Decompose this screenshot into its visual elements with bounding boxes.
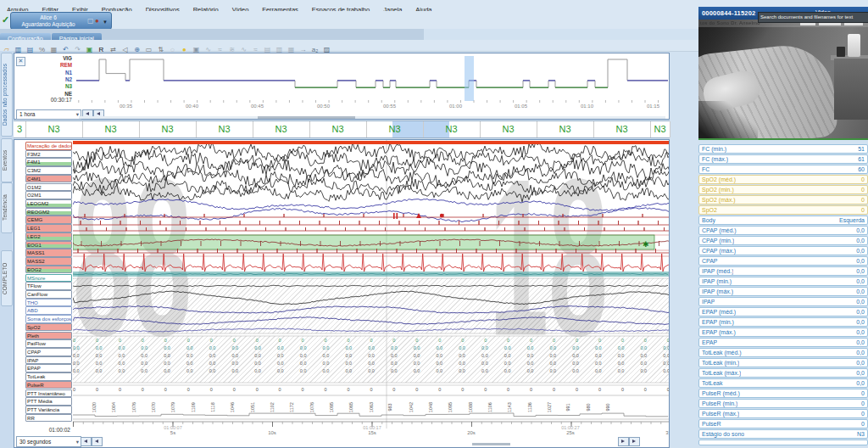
channel-label-leg1[interactable]: LEG1 — [25, 224, 72, 232]
channel-label-pleth[interactable]: Pleth — [25, 332, 72, 340]
channel-label-f4m1[interactable]: F4M1 — [25, 158, 72, 166]
epoch-cell[interactable]: N3 — [25, 121, 83, 137]
param-row-ipap-med[interactable]: IPAP (méd.)0,0 — [698, 266, 868, 276]
channel-label-abd[interactable]: ABD — [25, 306, 72, 315]
channel-label-epap[interactable]: EPAP — [25, 364, 72, 372]
param-row-cpap-max[interactable]: CPAP (máx.)0,0 — [698, 246, 868, 255]
param-row-pulser-med[interactable]: PulseR (méd.)0 — [698, 389, 868, 398]
channel-label-rr[interactable]: RR — [25, 414, 72, 423]
param-row-epap-min[interactable]: EPAP (min.)0,0 — [698, 317, 868, 327]
param-row-totleak[interactable]: TotLeak0,0 — [698, 378, 868, 388]
epoch-cell[interactable]: N3 — [366, 121, 424, 137]
param-row-epap[interactable]: EPAP0,0 — [698, 338, 868, 347]
channel-label-o2m1[interactable]: O2M1 — [25, 191, 72, 199]
sidebar-tab-completo[interactable]: COMPLETO — [1, 250, 13, 306]
epoch-cell[interactable]: N3 — [593, 121, 651, 137]
epoch-cell[interactable]: N3 — [309, 121, 367, 137]
channel-label-o1m2[interactable]: O1M2 — [25, 183, 72, 192]
channel-label-cpap[interactable]: CPAP — [25, 348, 72, 356]
video-feed[interactable]: tos do Sono Dr. Anselmo — [698, 20, 868, 140]
param-row-totleak-max[interactable]: TotLeak (máx.)0,0 — [698, 368, 868, 378]
channel-label-canflow[interactable]: CanFlow — [25, 290, 72, 299]
acquisition-status-button[interactable]: Alice 6 Aguardando Aquisição ▢ ● ▼ — [10, 12, 112, 30]
channel-label-ptt-media[interactable]: PTT Média — [25, 397, 72, 406]
param-row-estagio-do-sono[interactable]: Estágio do sonoN3 — [698, 429, 868, 439]
epoch-cell[interactable]: N3 — [537, 121, 594, 137]
param-row-spo2[interactable]: SpO20 — [698, 205, 868, 215]
value-cell: 0 — [507, 387, 509, 392]
sidebar-tab-dados-nao-processados[interactable]: Dados não processados — [1, 53, 13, 137]
param-row-fc[interactable]: FC60 — [698, 165, 868, 174]
sidebar-tab-tendencia[interactable]: Tendência — [1, 182, 13, 233]
rr-value: 1027 — [550, 396, 556, 418]
prev-epoch-button[interactable] — [81, 437, 92, 446]
param-row-pulser[interactable]: PulseR0 — [698, 419, 868, 428]
param-row-spo2-min[interactable]: SpO2 (min.)0 — [698, 185, 868, 194]
channel-label-msnore[interactable]: MSnore — [25, 274, 72, 283]
param-row-epap-med[interactable]: EPAP (méd.)0,0 — [698, 307, 868, 316]
svg-text:✱: ✱ — [643, 240, 649, 249]
channel-label-tflow[interactable]: TFlow — [25, 282, 72, 290]
param-row-totleak-med[interactable]: TotLeak (méd.)0,0 — [698, 348, 868, 357]
value-cell: 0,0 — [119, 368, 125, 373]
value-cell: 0,0 — [141, 345, 147, 350]
epoch-cell[interactable]: 3 — [14, 121, 26, 137]
channel-label-soma-dos-esforcos[interactable]: Soma dos esforços — [25, 315, 72, 323]
channel-label-cemg[interactable]: CEMG — [25, 216, 72, 224]
next-epoch-button[interactable] — [618, 437, 629, 446]
param-row-pulser-min[interactable]: PulseR (min.)0 — [698, 399, 868, 408]
channel-label-mass1[interactable]: MASS1 — [25, 249, 72, 257]
param-row-cpap[interactable]: CPAP0,0 — [698, 256, 868, 266]
param-row-ipap[interactable]: IPAP0,0 — [698, 297, 868, 306]
channel-label-mass2[interactable]: MASS2 — [25, 257, 72, 266]
param-row-ipap-max[interactable]: IPAP (máx.)0,0 — [698, 287, 868, 296]
param-row-fc-min[interactable]: FC (min.)51 — [698, 144, 868, 154]
param-row-ipap-min[interactable]: IPAP (min.)0,0 — [698, 277, 868, 286]
param-row-body[interactable]: BodyEsquerda — [698, 216, 868, 225]
param-row-fc-max[interactable]: FC (máx.)61 — [698, 154, 868, 164]
channel-label-ptt-variancia[interactable]: PTT Variância — [25, 406, 72, 414]
channel-label-f3m2[interactable]: F3M2 — [25, 150, 72, 159]
hypnogram-range-select[interactable]: 1 hora — [16, 109, 81, 120]
channel-label-spo2[interactable]: SpO2 — [25, 323, 72, 332]
window-length-select[interactable]: 30 segundos — [16, 436, 81, 447]
channel-label-ipap[interactable]: IPAP — [25, 356, 72, 365]
param-row-pulser-max[interactable]: PulseR (máx.)0 — [698, 409, 868, 418]
channel-label-leogm2[interactable]: LEOGM2 — [25, 199, 72, 208]
param-value: 0,0 — [856, 318, 865, 326]
hypnogram-scrollbar[interactable] — [79, 116, 665, 119]
signal-scrollbar-thumb[interactable] — [472, 443, 510, 445]
epoch-cell[interactable]: N3 — [82, 121, 140, 137]
channel-label-c3m2[interactable]: C3M2 — [25, 166, 72, 175]
param-row-spo2-med[interactable]: SpO2 (méd.)0 — [698, 175, 868, 184]
epoch-cell[interactable]: N3 — [480, 121, 537, 137]
channel-label-marcacao-de-dados[interactable]: Marcação de dados — [25, 142, 72, 150]
next-page-button[interactable] — [629, 437, 640, 446]
channel-label-c4m1[interactable]: C4M1 — [25, 175, 72, 183]
channel-label-patflow[interactable]: PatFlow — [25, 339, 72, 348]
param-row-spo2-max[interactable]: SpO2 (máx.)0 — [698, 195, 868, 204]
param-row-cpap-min[interactable]: CPAP (min.)0,0 — [698, 236, 868, 245]
epoch-cell[interactable]: N3 — [139, 121, 197, 137]
sidebar-tab-eventos[interactable]: Eventos — [1, 138, 13, 182]
dropdown-arrow-icon[interactable]: ▼ — [103, 19, 108, 26]
channel-label-leg2[interactable]: LEG2 — [25, 232, 72, 241]
epoch-cell[interactable]: N3 — [196, 121, 253, 137]
scrollbar-thumb[interactable] — [258, 116, 355, 119]
channel-label-tho[interactable]: THO — [25, 299, 72, 307]
epoch-cell[interactable]: N3 — [650, 121, 670, 137]
channel-label-pulser[interactable]: PulseR — [25, 381, 72, 389]
hypnogram-plot[interactable] — [76, 56, 668, 104]
param-row-cpap-med[interactable]: CPAP (méd.)0,0 — [698, 226, 868, 235]
prev-page-button[interactable] — [92, 437, 103, 446]
channel-label-totleak[interactable]: TotLeak — [25, 372, 72, 381]
value-cell: 0 — [553, 338, 555, 343]
channel-label-reogm2[interactable]: REOGM2 — [25, 208, 72, 216]
param-row-epap-max[interactable]: EPAP (máx.)0,0 — [698, 328, 868, 337]
channel-label-eog1[interactable]: EOG1 — [25, 241, 72, 249]
epoch-cell[interactable]: N3 — [423, 121, 481, 137]
epoch-cell[interactable]: N3 — [253, 121, 310, 137]
param-row-totleak-min[interactable]: TotLeak (min.)0,0 — [698, 358, 868, 367]
channel-label-ptt-instantaneo[interactable]: PTT Instantâneo — [25, 389, 72, 398]
channel-label-eog2[interactable]: EOG2 — [25, 266, 72, 274]
